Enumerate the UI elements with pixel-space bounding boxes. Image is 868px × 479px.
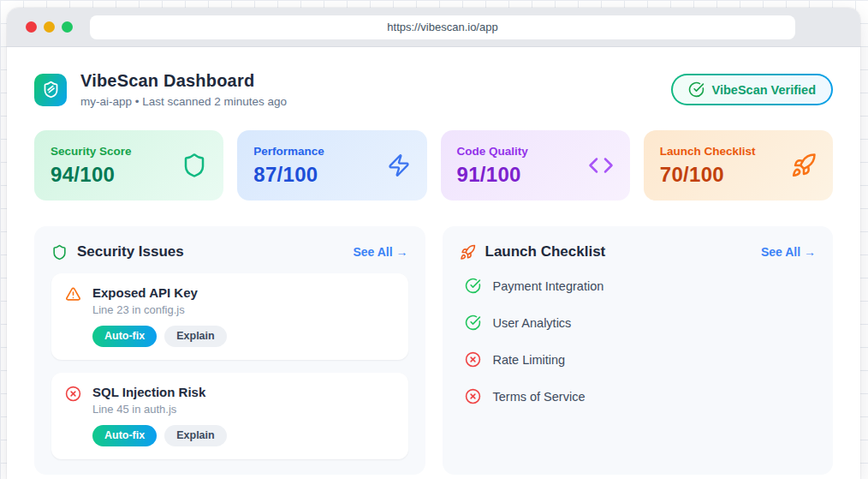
- stat-text: Launch Checklist 70/100: [660, 145, 756, 187]
- security-issues-panel: Security Issues See All → Exposed API Ke…: [34, 226, 425, 475]
- security-see-all-link[interactable]: See All →: [353, 245, 407, 259]
- stat-card-code-quality[interactable]: Code Quality 91/100: [441, 130, 630, 201]
- verified-badge-inner: VibeScan Verified: [673, 75, 831, 104]
- verified-badge-label: VibeScan Verified: [712, 83, 816, 97]
- stat-value: 87/100: [253, 163, 324, 187]
- check-circle-icon: [688, 81, 705, 98]
- shield-logo-icon: [42, 81, 60, 99]
- page-title: VibeScan Dashboard: [80, 71, 287, 91]
- issue-actions: Auto-fix Explain: [65, 425, 395, 446]
- launch-see-all-link[interactable]: See All →: [761, 245, 816, 259]
- code-icon: [588, 153, 614, 178]
- issue-row: SQL Injection Risk Line 45 in auth.js: [65, 385, 395, 416]
- vibescan-logo: [34, 74, 67, 106]
- stat-value: 70/100: [660, 163, 756, 187]
- issue-title: Exposed API Key: [92, 285, 198, 300]
- stats-row: Security Score 94/100 Performance 87/100: [34, 130, 833, 201]
- security-panel-header: Security Issues See All →: [51, 243, 408, 260]
- checklist-item-label: Rate Limiting: [493, 353, 566, 367]
- auto-fix-button[interactable]: Auto-fix: [92, 326, 157, 347]
- checklist-item-label: Terms of Service: [493, 390, 586, 404]
- launch-panel-title: Launch Checklist: [485, 243, 606, 260]
- header-text: VibeScan Dashboard my-ai-app • Last scan…: [80, 71, 287, 108]
- stat-text: Security Score 94/100: [51, 145, 132, 187]
- launch-checklist-panel: Launch Checklist See All → Payment Integ…: [443, 226, 834, 475]
- stat-card-performance[interactable]: Performance 87/100: [237, 130, 426, 201]
- issue-card-exposed-api-key: Exposed API Key Line 23 in config.js Aut…: [51, 273, 408, 360]
- auto-fix-button[interactable]: Auto-fix: [92, 425, 157, 446]
- checklist: Payment Integration User Analytics: [460, 267, 817, 415]
- warning-triangle-icon: [65, 286, 81, 302]
- issue-row: Exposed API Key Line 23 in config.js: [65, 285, 395, 316]
- minimize-window-button[interactable]: [44, 21, 55, 33]
- rocket-icon: [460, 244, 476, 260]
- page-subtitle: my-ai-app • Last scanned 2 minutes ago: [80, 95, 287, 108]
- stat-text: Performance 87/100: [253, 145, 324, 187]
- security-panel-title: Security Issues: [77, 243, 184, 260]
- check-circle-icon: [465, 278, 481, 294]
- stat-label: Code Quality: [457, 145, 528, 158]
- zap-icon: [387, 153, 411, 177]
- x-circle-icon: [65, 386, 81, 402]
- checklist-item-rate-limiting[interactable]: Rate Limiting: [460, 341, 817, 378]
- dashboard-content: VibeScan Dashboard my-ai-app • Last scan…: [7, 47, 860, 475]
- issue-title: SQL Injection Risk: [92, 385, 205, 399]
- stat-value: 91/100: [457, 163, 528, 187]
- url-text: https://vibescan.io/app: [387, 21, 497, 33]
- stat-value: 94/100: [51, 163, 132, 187]
- explain-button[interactable]: Explain: [164, 326, 226, 347]
- verified-badge[interactable]: VibeScan Verified: [671, 74, 833, 105]
- close-window-button[interactable]: [26, 21, 37, 33]
- x-circle-icon: [465, 351, 481, 368]
- issue-text: SQL Injection Risk Line 45 in auth.js: [92, 385, 205, 416]
- browser-window: https://vibescan.io/app VibeScan Dashboa…: [7, 8, 860, 479]
- dashboard-header: VibeScan Dashboard my-ai-app • Last scan…: [34, 71, 833, 108]
- x-circle-icon: [465, 388, 481, 404]
- issue-text: Exposed API Key Line 23 in config.js: [92, 285, 198, 316]
- browser-chrome: https://vibescan.io/app: [7, 8, 860, 47]
- stat-card-security-score[interactable]: Security Score 94/100: [34, 130, 223, 201]
- url-bar[interactable]: https://vibescan.io/app: [90, 15, 795, 39]
- stat-card-launch-checklist[interactable]: Launch Checklist 70/100: [644, 130, 833, 201]
- shield-icon: [51, 244, 68, 260]
- explain-button[interactable]: Explain: [164, 425, 226, 446]
- checklist-item-payment-integration[interactable]: Payment Integration: [460, 267, 817, 304]
- maximize-window-button[interactable]: [62, 21, 73, 33]
- issue-location: Line 45 in auth.js: [92, 403, 205, 416]
- checklist-item-user-analytics[interactable]: User Analytics: [460, 304, 817, 341]
- rocket-icon: [791, 153, 817, 178]
- shield-icon: [181, 153, 207, 178]
- stat-label: Launch Checklist: [660, 145, 756, 158]
- panels-row: Security Issues See All → Exposed API Ke…: [34, 226, 833, 475]
- stat-label: Security Score: [51, 145, 132, 158]
- issue-actions: Auto-fix Explain: [65, 326, 395, 347]
- stat-text: Code Quality 91/100: [457, 145, 528, 187]
- launch-panel-header: Launch Checklist See All →: [460, 243, 817, 260]
- check-circle-icon: [465, 314, 481, 331]
- issue-location: Line 23 in config.js: [92, 303, 198, 316]
- checklist-item-label: User Analytics: [493, 316, 572, 330]
- checklist-item-terms-of-service[interactable]: Terms of Service: [460, 378, 817, 415]
- issue-card-sql-injection: SQL Injection Risk Line 45 in auth.js Au…: [51, 373, 408, 459]
- stat-label: Performance: [253, 145, 324, 158]
- checklist-item-label: Payment Integration: [493, 279, 604, 293]
